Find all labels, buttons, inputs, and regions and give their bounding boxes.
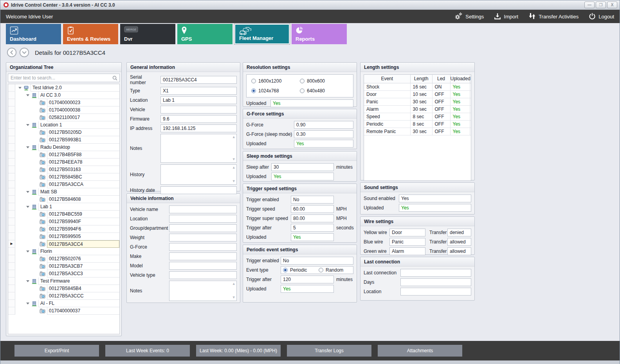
tree-node-025821100017[interactable]: 025821100017 [8,114,119,121]
bottom-button-transfer-logs[interactable]: Transfer Logs [287,345,371,357]
tree-node-lab-1[interactable]: Lab 1 [8,203,119,211]
radio-periodic[interactable] [283,268,288,272]
table-row[interactable]: Alarm30 secOFFYes [364,105,471,113]
menu-item-import[interactable]: Import [494,13,518,21]
table-row[interactable]: Remote Panic30 secOFFYes [364,128,471,135]
tree-node-00127b5a3ccc[interactable]: 00127B5A3CCC [8,292,119,300]
column-header-uploaded[interactable]: Uploaded [450,75,470,83]
scroll-up-icon[interactable]: ▲ [233,166,235,169]
tree-node-test-firmware[interactable]: Test Firmware [8,278,119,285]
tree-node-00127b5845bc[interactable]: 00127B5845BC [8,173,119,181]
close-button[interactable]: X [607,2,617,8]
bottom-button-attachments[interactable]: Attachments [378,345,462,357]
menu-item-settings[interactable]: Settings [454,12,484,21]
days-field[interactable] [400,278,471,286]
radio-1600x1200[interactable] [251,79,256,83]
tab-dashboard[interactable]: Dashboard [6,24,61,44]
g-force-field[interactable] [294,121,353,129]
blue-wire-event-field[interactable] [389,238,425,246]
bottom-button-last-week-0-00-miles-0-00-mph[interactable]: Last Week: 0.00 (Miles) - 0.00 (MPH) [196,345,281,357]
location-field[interactable] [400,288,471,296]
tab-gps[interactable]: GPS [177,24,232,44]
g-force-sleep-mode-field[interactable] [294,130,353,138]
tab-events-reviews[interactable]: Events & Reviews [63,24,118,44]
column-header-led[interactable]: Led [432,75,450,83]
tree-node-00127b4b5f88[interactable]: 00127B4B5F88 [8,151,119,159]
tree-node-00127b5a3cc3[interactable]: 00127B5A3CC3 [8,270,119,278]
tree-node-017040000037[interactable]: 017040000037 [8,307,119,315]
yellow-wire-transfer-field[interactable] [447,229,471,236]
trigger-enabled-field[interactable] [281,257,353,265]
tree-node-00127b599505[interactable]: 00127B599505 [8,233,119,240]
radio-option-1600x1200[interactable]: 1600x1200 [251,78,300,84]
ip-address-field[interactable] [160,124,237,132]
radio-option-640x480[interactable]: 640x480 [300,88,348,94]
tree-node-00127b50205d[interactable]: 00127B50205D [8,129,119,136]
radio-option-1024x768[interactable]: 1024x768 [251,88,300,94]
tree-node-ai-fl[interactable]: AI - FL [8,300,119,307]
tree-node-00127b5a3cca[interactable]: 00127B5A3CCA [8,181,119,188]
radio-option-periodic[interactable]: Periodic [283,267,315,273]
last-connection-field[interactable] [400,269,471,277]
tree-node-00127b5845b4[interactable]: 00127B5845B4 [8,285,119,292]
expander-icon[interactable] [26,250,29,252]
type-field[interactable] [160,87,237,95]
menu-item-transfer-activities[interactable]: Transfer Activities [528,13,579,21]
scroll-down-button[interactable] [19,47,29,58]
tree-node-00127b4eea78[interactable]: 00127B4EEA78 [8,159,119,166]
radio-640x480[interactable] [300,88,305,93]
trigger-after-field[interactable] [291,224,334,232]
scroll-down-icon[interactable]: ▼ [233,296,235,299]
back-button[interactable] [7,47,17,58]
trigger-speed-field[interactable] [291,205,334,213]
column-header-length[interactable]: Length [410,75,432,83]
tab-dvr[interactable]: MERGEDvr [120,24,175,44]
column-header-event[interactable]: Event [364,75,410,83]
vehicle-field[interactable] [160,106,237,114]
tree-node-00127b59940f[interactable]: 00127B59940F [8,218,119,225]
tree-node-017040000038[interactable]: 017040000038 [8,106,119,114]
table-row[interactable]: Shock16 secONYes [364,83,471,90]
scroll-down-icon[interactable]: ▼ [233,180,235,183]
trigger-after-field[interactable] [281,276,334,283]
tree-node-00127b5a3cb7[interactable]: 00127B5A3CB7 [8,263,119,270]
blue-wire-transfer-field[interactable] [447,238,471,246]
table-row[interactable]: Speed8 secOFFYes [364,113,471,120]
make-field[interactable] [169,252,237,260]
tree-node-location-1[interactable]: Location 1 [8,121,119,129]
scroll-up-icon[interactable]: ▲ [233,283,235,285]
tree-node-00127b584608[interactable]: 00127B584608 [8,196,119,203]
tree-node-00127b4bc559[interactable]: 00127B4BC559 [8,211,119,218]
radio-1024x768[interactable] [251,88,256,93]
radio-option-800x600[interactable]: 800x600 [300,78,348,84]
tree-node-ai-cc-3-0[interactable]: AI CC 3.0 [8,92,119,99]
history-textarea[interactable]: ▲▼ [160,164,237,185]
location-field[interactable] [160,96,237,104]
tree-node-00127b5994f6[interactable]: 00127B5994F6 [8,225,119,233]
green-wire-event-field[interactable] [389,247,425,255]
green-wire-transfer-field[interactable] [447,247,471,255]
weight-field[interactable] [169,234,237,241]
tree-search-input[interactable] [8,74,120,82]
tree-node-matt-sb[interactable]: Matt SB [8,188,119,196]
scroll-up-icon[interactable]: ▲ [233,136,235,139]
tree-node-florin[interactable]: Florin [8,248,119,255]
menu-item-logout[interactable]: Logout [589,13,614,21]
serial-number-field[interactable] [160,76,237,84]
expander-icon[interactable] [26,124,29,126]
expander-icon[interactable] [26,303,29,305]
sleep-after-field[interactable] [271,163,334,171]
tree-node-00127b503163[interactable]: 00127B503163 [8,166,119,173]
table-row[interactable]: Door10 secOFFYes [364,90,471,98]
tree-node-017040000023[interactable]: 017040000023 [8,99,119,106]
vehicle-type-field[interactable] [169,271,237,279]
vehicle-name-field[interactable] [169,205,237,213]
expander-icon[interactable] [26,206,29,208]
expander-icon[interactable] [26,146,29,148]
bottom-button-export-print[interactable]: Export/Print [14,345,99,357]
tree-node-00127b5993b1[interactable]: 00127B5993B1 [8,136,119,144]
tree-node-00127b502076[interactable]: 00127B502076 [8,255,119,263]
expander-icon[interactable] [26,191,29,193]
trigger-enabled-field[interactable] [291,196,334,204]
sound-enabled-field[interactable] [399,195,471,202]
